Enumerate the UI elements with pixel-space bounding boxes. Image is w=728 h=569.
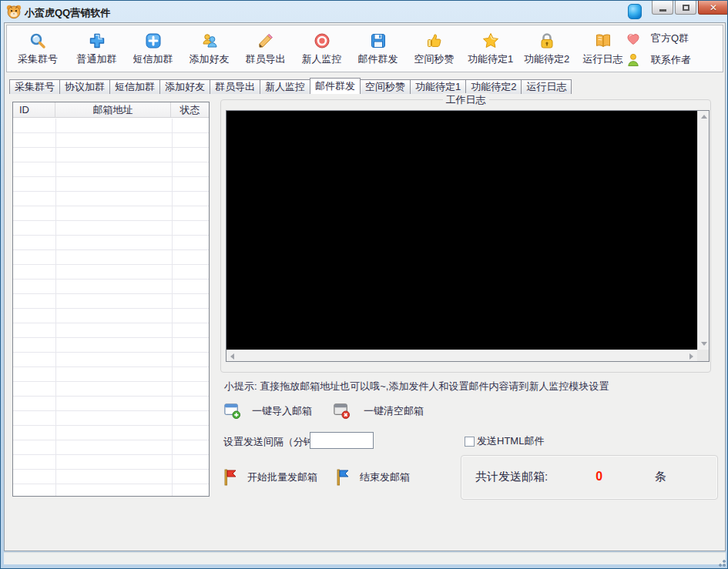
import-window-plus-icon (223, 402, 241, 420)
titlebar[interactable]: 小蛮虎QQ营销软件 ✕ (1, 1, 727, 22)
contact-author-label: 联系作者 (651, 53, 691, 67)
plus-icon (88, 32, 106, 50)
tiger-app-icon (6, 4, 22, 19)
close-icon: ✕ (710, 2, 717, 13)
tab-pending1[interactable]: 功能待定1 (410, 79, 466, 94)
html-email-checkbox-label: 发送HTML邮件 (477, 434, 544, 448)
stop-send-label: 结束发邮箱 (360, 470, 410, 484)
toolbar-item-export-members[interactable]: 群员导出 (237, 27, 294, 70)
toolbar-item-sms-join[interactable]: 短信加群 (125, 27, 181, 70)
column-header-status[interactable]: 状态 (171, 102, 209, 117)
book-icon (594, 32, 612, 50)
hint-text: 小提示: 直接拖放邮箱地址也可以哦~,添加发件人和设置邮件内容请到新人监控模块设… (224, 380, 609, 393)
column-divider (172, 119, 173, 496)
column-divider (55, 119, 56, 496)
close-button[interactable]: ✕ (698, 1, 728, 15)
toolbar-item-label: 功能待定2 (524, 52, 569, 66)
toolbar-item-label: 添加好友 (190, 52, 230, 66)
horizontal-scrollbar[interactable] (226, 350, 697, 361)
main-toolbar: 采集群号 普通加群 短信加群 (6, 25, 723, 72)
email-list-table[interactable]: ID 邮箱地址 状态 (12, 102, 210, 497)
start-batch-send-button[interactable]: 开始批量发邮箱 (223, 468, 317, 487)
html-email-checkbox-row: 发送HTML邮件 (465, 434, 544, 448)
tab-export-members[interactable]: 群员导出 (210, 79, 260, 94)
square-plus-icon (144, 32, 163, 50)
toolbar-item-newcomer-monitor[interactable]: 新人监控 (294, 27, 350, 70)
scroll-down-arrow-icon[interactable] (701, 342, 707, 346)
minimize-button[interactable] (652, 1, 673, 15)
client-area: 采集群号 普通加群 短信加群 (4, 22, 726, 551)
work-log-console[interactable] (226, 110, 710, 362)
html-email-checkbox[interactable] (465, 437, 475, 447)
column-header-email[interactable]: 邮箱地址 (55, 102, 171, 117)
toolbar-item-label: 功能待定1 (468, 52, 513, 66)
toolbar-links: 官方Q群 联系作者 (626, 28, 712, 71)
tab-newcomer-monitor[interactable]: 新人监控 (260, 79, 310, 94)
tab-protocol-join[interactable]: 协议加群 (59, 79, 110, 94)
toolbar-item-label: 采集群号 (18, 52, 58, 66)
toolbar-item-qzone-like[interactable]: 空间秒赞 (406, 27, 462, 70)
floppy-icon (369, 32, 387, 50)
scroll-left-arrow-icon[interactable] (230, 353, 234, 360)
summary-unit: 条 (655, 470, 666, 484)
thumbs-up-icon (425, 32, 444, 50)
toolbar-item-pending1[interactable]: 功能待定1 (462, 27, 518, 70)
scroll-up-arrow-icon[interactable] (701, 115, 707, 119)
blue-flag-icon (335, 468, 351, 487)
toolbar-item-label: 群员导出 (246, 52, 286, 66)
toolbar-item-add-friends[interactable]: 添加好友 (181, 27, 237, 70)
window-title: 小蛮虎QQ营销软件 (25, 6, 110, 20)
scroll-right-arrow-icon[interactable] (689, 353, 693, 360)
app-window: 小蛮虎QQ营销软件 ✕ 采集群号 (0, 0, 728, 569)
toolbar-item-label: 邮件群发 (358, 52, 398, 66)
tab-pending2[interactable]: 功能待定2 (465, 79, 522, 94)
toolbar-item-label: 新人监控 (302, 52, 342, 66)
tab-run-log[interactable]: 运行日志 (521, 79, 572, 94)
maximize-icon (683, 5, 689, 11)
interval-input[interactable] (310, 432, 374, 449)
vertical-scrollbar[interactable] (697, 111, 709, 350)
work-log-groupbox: 工作日志 (220, 99, 711, 373)
tab-add-friends[interactable]: 添加好友 (159, 79, 210, 94)
toolbar-item-run-log[interactable]: 运行日志 (575, 27, 631, 70)
toolbar-item-normal-join[interactable]: 普通加群 (69, 27, 125, 70)
column-header-id[interactable]: ID (13, 102, 55, 117)
import-emails-button[interactable]: 一键导入邮箱 (223, 402, 312, 420)
record-icon (313, 32, 331, 50)
log-output-area[interactable] (226, 111, 697, 350)
pencil-icon (257, 32, 275, 50)
clear-emails-label: 一键清空邮箱 (364, 404, 424, 418)
tab-sms-join[interactable]: 短信加群 (109, 79, 160, 94)
official-qq-group-link[interactable]: 官方Q群 (626, 28, 712, 49)
minimize-icon (659, 9, 666, 12)
clear-emails-button[interactable]: 一键清空邮箱 (333, 402, 424, 420)
start-batch-send-label: 开始批量发邮箱 (247, 470, 317, 484)
summary-label: 共计发送邮箱: (475, 470, 548, 484)
red-flag-icon (223, 468, 238, 487)
tab-collect-groups[interactable]: 采集群号 (9, 79, 60, 94)
toolbar-item-pending2[interactable]: 功能待定2 (518, 27, 575, 70)
lock-icon (538, 32, 556, 50)
toolbar-item-collect-groups[interactable]: 采集群号 (7, 27, 69, 70)
stop-send-button[interactable]: 结束发邮箱 (335, 468, 410, 487)
maximize-button[interactable] (675, 1, 696, 15)
resize-grip[interactable] (718, 559, 726, 567)
person-icon (626, 52, 641, 68)
people-icon (200, 32, 219, 50)
import-emails-label: 一键导入邮箱 (252, 404, 312, 418)
clear-window-x-icon (333, 402, 351, 420)
tab-strip: 采集群号 协议加群 短信加群 添加好友 群员导出 新人监控 邮件群发 空间秒赞 … (9, 78, 571, 94)
qq-status-icon[interactable] (628, 4, 642, 19)
toolbar-item-bulk-email[interactable]: 邮件群发 (350, 27, 406, 70)
toolbar-item-label: 普通加群 (77, 52, 117, 66)
toolbar-item-label: 短信加群 (133, 52, 173, 66)
sent-count-value: 0 (595, 470, 602, 484)
email-table-body[interactable] (13, 119, 209, 496)
tab-bulk-email[interactable]: 邮件群发 (310, 78, 361, 94)
send-summary-groupbox: 共计发送邮箱: 0 条 (461, 455, 718, 500)
contact-author-link[interactable]: 联系作者 (626, 49, 712, 71)
scrollbar-corner (697, 350, 709, 361)
tab-qzone-like[interactable]: 空间秒赞 (360, 79, 411, 94)
magnifier-icon (29, 32, 47, 50)
send-summary-row: 共计发送邮箱: 0 条 (475, 470, 706, 484)
